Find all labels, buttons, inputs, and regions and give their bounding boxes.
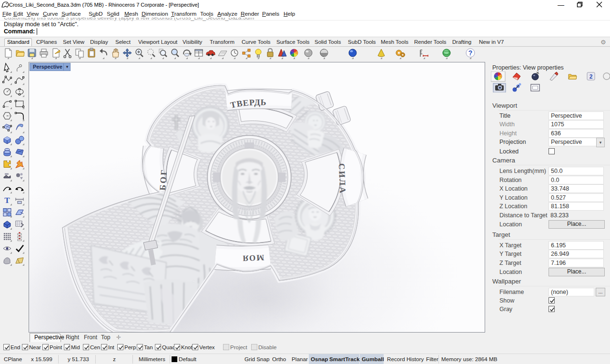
svg-text:МОЯ: МОЯ	[242, 253, 264, 263]
svg-text:СИЛА: СИЛА	[337, 163, 347, 194]
svg-text:?: ?	[468, 49, 473, 57]
svg-text:T: T	[4, 196, 10, 205]
svg-text:2: 2	[590, 73, 593, 80]
